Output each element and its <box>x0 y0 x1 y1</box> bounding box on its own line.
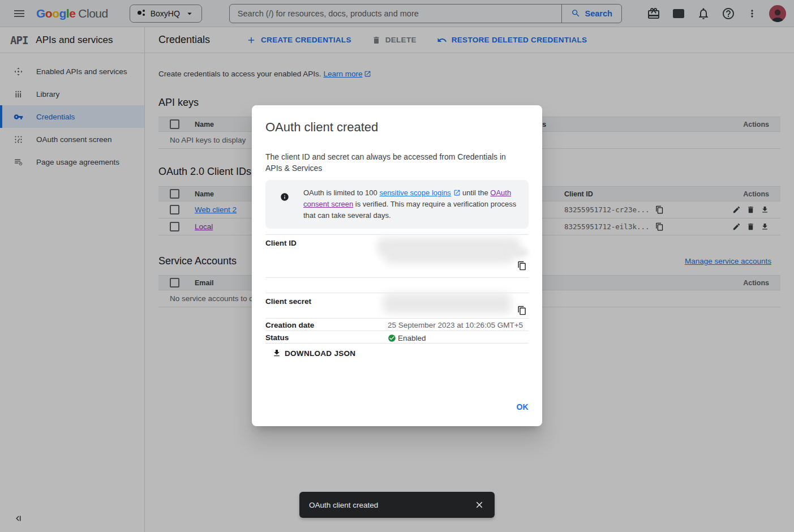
redacted-client-secret <box>383 293 511 314</box>
info-text: OAuth is limited to 100 sensitive scope … <box>303 187 517 221</box>
creation-date-value: 25 September 2023 at 10:26:05 GMT+5 <box>388 319 529 331</box>
info-text-mid: until the <box>461 188 491 197</box>
oauth-client-created-dialog: OAuth client created The client ID and s… <box>252 105 542 426</box>
info-icon <box>280 192 289 201</box>
dialog-subtitle: The client ID and secret can always be a… <box>265 151 514 174</box>
info-banner: OAuth is limited to 100 sensitive scope … <box>265 180 529 229</box>
open-in-new-icon <box>453 189 461 196</box>
check-circle-icon <box>388 334 396 342</box>
copy-client-id-icon[interactable] <box>517 261 527 271</box>
client-id-label: Client ID <box>265 235 388 277</box>
status-value: Enabled <box>388 331 529 343</box>
creation-date-row: Creation date 25 September 2023 at 10:26… <box>265 318 529 331</box>
snackbar-message: OAuth client created <box>309 501 378 509</box>
dialog-title: OAuth client created <box>265 120 378 135</box>
status-label: Status <box>265 331 388 343</box>
info-text-pre: OAuth is limited to 100 <box>303 188 379 197</box>
spacer-row <box>265 277 529 293</box>
client-secret-label: Client secret <box>265 293 388 318</box>
ok-button[interactable]: OK <box>516 402 529 411</box>
copy-client-secret-icon[interactable] <box>517 306 527 315</box>
sensitive-scope-logins-link[interactable]: sensitive scope logins <box>379 188 450 197</box>
status-badge: Enabled <box>398 334 426 342</box>
status-row: Status Enabled <box>265 331 529 344</box>
download-icon <box>272 349 281 358</box>
download-json-button[interactable]: DOWNLOAD JSON <box>272 349 355 358</box>
redacted-client-id <box>384 246 513 264</box>
snackbar: OAuth client created <box>299 492 495 518</box>
download-json-label: DOWNLOAD JSON <box>285 349 355 358</box>
redacted-fragment <box>512 248 528 257</box>
close-icon[interactable] <box>474 500 484 510</box>
creation-date-label: Creation date <box>265 319 388 331</box>
